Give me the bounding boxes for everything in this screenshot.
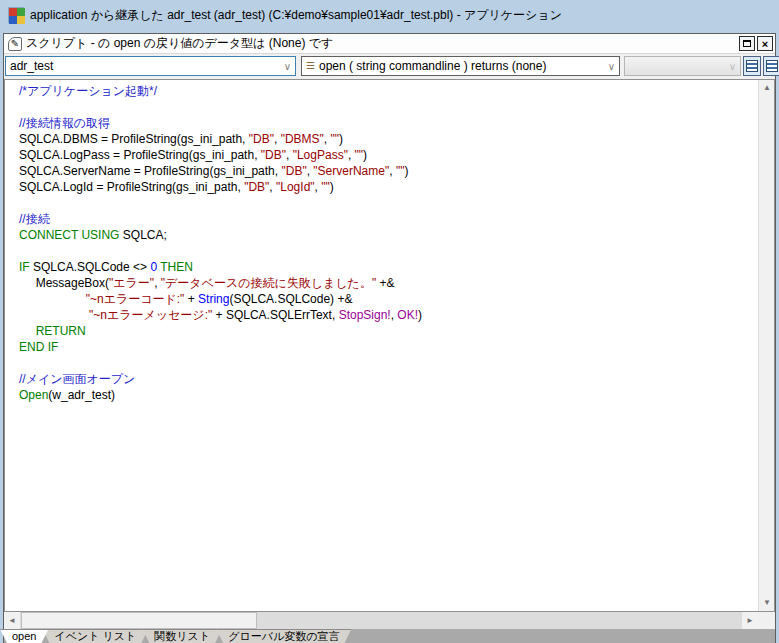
object-combo-value: adr_test: [10, 59, 53, 73]
code-token-plain: SQLCA;: [119, 228, 166, 242]
code-token-function: String: [198, 292, 229, 306]
code-token-string: "ServerName": [313, 164, 389, 178]
close-button[interactable]: ×: [757, 36, 773, 51]
code-token-plain: [19, 292, 86, 306]
script-lines-icon: [746, 60, 758, 72]
code-token-string: "": [331, 132, 340, 146]
vertical-scrollbar[interactable]: ▲ ▼: [758, 80, 774, 611]
code-token-keyword: Open: [19, 388, 48, 402]
code-area[interactable]: /*アプリケーション起動*/ //接続情報の取得SQLCA.DBMS = Pro…: [19, 83, 754, 403]
code-token-keyword: END IF: [19, 340, 58, 354]
code-token-string: "~nエラーコード:": [86, 292, 185, 306]
code-token-plain: ): [363, 148, 367, 162]
code-line: [19, 99, 754, 115]
code-line: //接続: [19, 211, 754, 227]
code-line: SQLCA.ServerName = ProfileString(gs_ini_…: [19, 163, 754, 179]
code-token-string: "~nエラーメッセージ:": [89, 308, 212, 322]
tab-item-2[interactable]: 関数リスト: [142, 629, 222, 643]
application-icon: [8, 7, 24, 23]
code-token-plain: ,: [154, 276, 161, 290]
code-token-plain: SQLCA.LogPass = ProfileString(gs_ini_pat…: [19, 148, 261, 162]
code-line: /*アプリケーション起動*/: [19, 83, 754, 99]
code-token-keyword: CONNECT USING: [19, 228, 119, 242]
code-token-enum: OK!: [397, 308, 418, 322]
code-token-keyword: THEN: [160, 260, 193, 274]
code-line: SQLCA.LogPass = ProfileString(gs_ini_pat…: [19, 147, 754, 163]
window-titlebar: application から継承した adr_test (adr_test) (…: [0, 0, 779, 30]
code-line: [19, 243, 754, 259]
event-combo-value: open ( string commandline ) returns (non…: [319, 59, 546, 73]
scrollbar-corner: [758, 612, 775, 629]
code-token-plain: SQLCA.DBMS = ProfileString(gs_ini_path,: [19, 132, 249, 146]
code-line: Open(w_adr_test): [19, 387, 754, 403]
scroll-down-icon[interactable]: ▼: [759, 595, 775, 611]
tab-item-1[interactable]: イベント リスト: [42, 629, 148, 643]
scroll-left-icon[interactable]: ◄: [4, 612, 20, 629]
code-token-comment: //接続情報の取得: [19, 116, 110, 130]
code-token-plain: ): [418, 308, 422, 322]
horizontal-scrollbar-thumb[interactable]: [21, 612, 257, 629]
code-line: //メイン画面オープン: [19, 371, 754, 387]
code-line: [19, 195, 754, 211]
code-token-plain: + SQLCA.SQLErrText,: [212, 308, 338, 322]
script-window-titlebar: ✎ スクリプト - の open の戻り値のデータ型は (None) です ×: [4, 34, 775, 54]
close-icon: ×: [762, 39, 768, 49]
variable-combo[interactable]: ∨: [624, 56, 741, 76]
code-token-string: "": [321, 180, 330, 194]
chevron-down-icon: ∨: [729, 61, 740, 72]
chevron-down-icon[interactable]: ∨: [284, 61, 295, 72]
code-token-keyword: RETURN: [36, 324, 86, 338]
code-token-string: "": [355, 148, 364, 162]
code-line: IF SQLCA.SQLCode <> 0 THEN: [19, 259, 754, 275]
event-combo[interactable]: ☰ open ( string commandline ) returns (n…: [301, 56, 620, 76]
prototype-view-button[interactable]: [763, 56, 779, 76]
code-token-plain: [19, 308, 89, 322]
code-token-plain: ,: [286, 148, 293, 162]
code-line: RETURN: [19, 323, 754, 339]
tab-item-3[interactable]: グローバル変数の宣言: [216, 629, 351, 643]
code-token-plain: MessageBox(: [19, 276, 109, 290]
code-token-plain: ,: [389, 164, 396, 178]
code-token-string: "データベースの接続に失敗しました。": [161, 276, 376, 290]
code-token-plain: +: [184, 292, 198, 306]
code-token-string: "エラー": [109, 276, 154, 290]
maximize-icon: [743, 40, 751, 47]
code-token-string: "DB": [281, 164, 306, 178]
code-line: END IF: [19, 339, 754, 355]
script-icon: ✎: [8, 37, 22, 51]
code-token-plain: [19, 324, 36, 338]
code-token-string: "LogId": [276, 180, 315, 194]
scroll-right-icon[interactable]: ►: [742, 612, 758, 629]
code-token-comment: //接続: [19, 212, 50, 226]
object-combo[interactable]: adr_test ∨: [5, 56, 296, 76]
code-line: CONNECT USING SQLCA;: [19, 227, 754, 243]
code-line: //接続情報の取得: [19, 115, 754, 131]
code-line: MessageBox("エラー", "データベースの接続に失敗しました。" +&: [19, 275, 754, 291]
horizontal-scrollbar[interactable]: ◄ ►: [4, 612, 758, 629]
script-window-title: スクリプト - の open の戻り値のデータ型は (None) です: [26, 35, 737, 52]
code-line: SQLCA.LogId = ProfileString(gs_ini_path,…: [19, 179, 754, 195]
code-token-keyword: IF: [19, 260, 30, 274]
code-token-plain: ): [404, 164, 408, 178]
code-line: SQLCA.DBMS = ProfileString(gs_ini_path, …: [19, 131, 754, 147]
code-token-plain: SQLCA.LogId = ProfileString(gs_ini_path,: [19, 180, 244, 194]
script-editor[interactable]: /*アプリケーション起動*/ //接続情報の取得SQLCA.DBMS = Pro…: [4, 79, 775, 612]
code-token-plain: SQLCA.ServerName = ProfileString(gs_ini_…: [19, 164, 281, 178]
code-token-string: "DBMS": [281, 132, 324, 146]
code-line: "~nエラーコード:" + String(SQLCA.SQLCode) +&: [19, 291, 754, 307]
script-toolbar: adr_test ∨ ☰ open ( string commandline )…: [4, 54, 775, 79]
code-token-plain: ,: [324, 132, 331, 146]
script-view-button[interactable]: [743, 56, 761, 76]
script-lines-icon: [766, 60, 778, 72]
code-token-plain: SQLCA.SQLCode <>: [30, 260, 151, 274]
tab-open[interactable]: open: [0, 629, 48, 643]
code-line: "~nエラーメッセージ:" + SQLCA.SQLErrText, StopSi…: [19, 307, 754, 323]
code-token-plain: ,: [269, 180, 276, 194]
code-token-string: "DB": [261, 148, 286, 162]
maximize-button[interactable]: [739, 36, 755, 51]
chevron-down-icon[interactable]: ∨: [608, 61, 619, 72]
scroll-up-icon[interactable]: ▲: [759, 80, 775, 96]
code-token-plain: ,: [274, 132, 281, 146]
script-tab-strip: openイベント リスト関数リストグローバル変数の宣言: [4, 629, 775, 643]
code-token-plain: (SQLCA.SQLCode) +&: [229, 292, 352, 306]
